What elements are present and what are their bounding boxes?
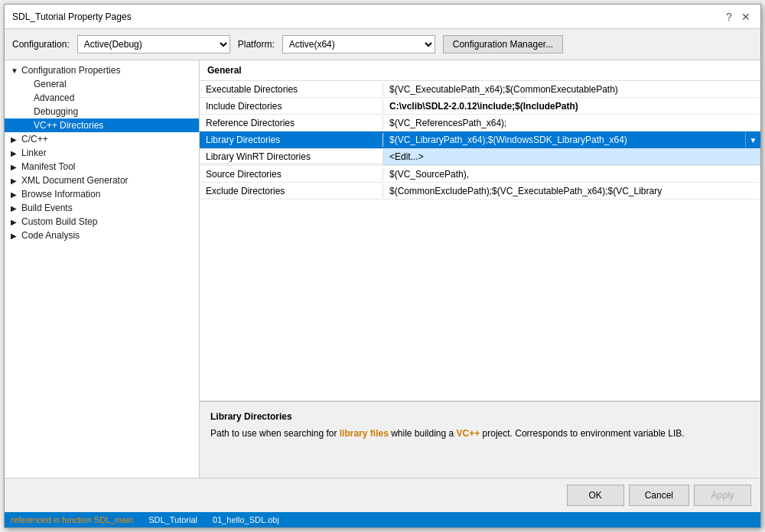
tree-item-advanced[interactable]: Advanced	[5, 91, 199, 105]
tree-arrow-code-analysis: ▶	[11, 232, 18, 240]
tree-label-browse-info: Browse Information	[21, 189, 100, 200]
tree-item-browse-info[interactable]: ▶Browse Information	[5, 187, 199, 201]
grid-label-source-dirs: Source Directories	[200, 167, 383, 181]
properties-grid: General Executable Directories$(VC_Execu…	[200, 60, 760, 401]
grid-row-reference-dirs[interactable]: Reference Directories$(VC_ReferencesPath…	[200, 115, 760, 131]
description-title: Library Directories	[210, 411, 750, 422]
tree-item-build-events[interactable]: ▶Build Events	[5, 201, 199, 215]
tree-label-vc-directories: VC++ Directories	[34, 120, 103, 131]
right-panel: General Executable Directories$(VC_Execu…	[200, 60, 760, 478]
ok-button[interactable]: OK	[567, 485, 624, 506]
platform-select[interactable]: Active(x64)	[282, 35, 435, 54]
bottom-bar: OK Cancel Apply	[5, 478, 760, 512]
grid-value-source-dirs: $(VC_SourcePath),	[383, 167, 760, 181]
tree-item-debugging[interactable]: Debugging	[5, 105, 199, 118]
grid-value-reference-dirs: $(VC_ReferencesPath_x64);	[383, 116, 760, 130]
description-highlight-vcpp: VC++	[457, 428, 480, 439]
toolbar: Configuration: Active(Debug) Platform: A…	[5, 29, 760, 60]
grid-label-include-dirs: Include Directories	[200, 99, 383, 113]
window-title: SDL_Tutorial Property Pages	[12, 11, 132, 22]
config-label: Configuration:	[12, 39, 70, 50]
grid-row-executable-dirs[interactable]: Executable Directories$(VC_ExecutablePat…	[200, 81, 760, 98]
tree-item-cpp[interactable]: ▶C/C++	[5, 132, 199, 146]
tree-arrow-build-events: ▶	[11, 204, 18, 212]
grid-label-executable-dirs: Executable Directories	[200, 83, 383, 96]
status-middle: SDL_Tutorial	[148, 515, 197, 524]
title-bar: SDL_Tutorial Property Pages ? ✕	[5, 5, 760, 29]
grid-label-exclude-dirs: Exclude Directories	[200, 184, 383, 198]
tree-item-linker[interactable]: ▶Linker	[5, 146, 199, 160]
tree-item-general[interactable]: General	[5, 77, 199, 91]
config-manager-button[interactable]: Configuration Manager...	[443, 35, 563, 54]
grid-value-include-dirs: C:\vclib\SDL2-2.0.12\include;$(IncludePa…	[383, 99, 760, 113]
tree-label-debugging: Debugging	[34, 106, 78, 117]
tree-arrow-config-properties: ▼	[11, 66, 18, 75]
grid-row-source-dirs[interactable]: Source Directories$(VC_SourcePath),	[200, 166, 760, 183]
tree-arrow-browse-info: ▶	[11, 190, 18, 199]
grid-section-header: General	[200, 60, 760, 81]
grid-row-library-dirs[interactable]: Library Directories$(VC_LibraryPath_x64)…	[200, 131, 760, 149]
grid-row-exclude-dirs[interactable]: Exclude Directories$(CommonExcludePath);…	[200, 183, 760, 200]
grid-label-library-dirs: Library Directories	[200, 133, 383, 147]
tree-item-xml-doc-generator[interactable]: ▶XML Document Generator	[5, 174, 199, 187]
description-highlight-library: library files	[340, 428, 389, 439]
help-button[interactable]: ?	[722, 10, 736, 24]
grid-value-executable-dirs: $(VC_ExecutablePath_x64);$(CommonExecuta…	[383, 83, 760, 96]
tree-label-advanced: Advanced	[34, 92, 74, 103]
dropdown-arrow-library-dirs[interactable]: ▼	[745, 131, 760, 148]
status-left: referenced in function SDL_main	[11, 515, 133, 524]
grid-row-library-winrt-dirs[interactable]: Library WinRT Directories<Edit...>	[200, 149, 760, 166]
title-bar-controls: ? ✕	[722, 10, 753, 24]
main-content: ▼Configuration PropertiesGeneralAdvanced…	[5, 60, 760, 478]
tree-arrow-manifest-tool: ▶	[11, 163, 18, 171]
tree-label-xml-doc-generator: XML Document Generator	[21, 175, 129, 186]
tree-item-custom-build-step[interactable]: ▶Custom Build Step	[5, 215, 199, 229]
tree-label-code-analysis: Code Analysis	[21, 230, 80, 241]
description-text: Path to use when searching for library f…	[210, 427, 750, 440]
configuration-select[interactable]: Active(Debug)	[77, 35, 230, 54]
tree-arrow-custom-build-step: ▶	[11, 218, 18, 226]
apply-button[interactable]: Apply	[694, 485, 751, 506]
grid-value-library-dirs: $(VC_LibraryPath_x64);$(WindowsSDK_Libra…	[383, 133, 745, 147]
property-pages-dialog: SDL_Tutorial Property Pages ? ✕ Configur…	[4, 4, 761, 528]
grid-value-exclude-dirs: $(CommonExcludePath);$(VC_ExecutablePath…	[383, 184, 760, 198]
cancel-button[interactable]: Cancel	[629, 485, 689, 506]
tree-label-custom-build-step: Custom Build Step	[21, 216, 97, 227]
tree-label-linker: Linker	[21, 148, 47, 158]
edit-dropdown-item[interactable]: <Edit...>	[383, 149, 760, 165]
tree-arrow-cpp: ▶	[11, 135, 18, 144]
tree-label-config-properties: Configuration Properties	[21, 65, 120, 76]
tree-label-build-events: Build Events	[21, 203, 73, 213]
grid-label-reference-dirs: Reference Directories	[200, 116, 383, 130]
status-bar: referenced in function SDL_main SDL_Tuto…	[5, 512, 760, 527]
grid-section-title: General	[207, 65, 242, 76]
tree-item-vc-directories[interactable]: VC++ Directories	[5, 118, 199, 132]
status-right: 01_hello_SDL.obj	[213, 515, 279, 524]
tree-arrow-xml-doc-generator: ▶	[11, 177, 18, 185]
left-panel: ▼Configuration PropertiesGeneralAdvanced…	[5, 60, 200, 478]
tree-label-cpp: C/C++	[21, 134, 48, 144]
description-panel: Library Directories Path to use when sea…	[200, 401, 760, 478]
tree-arrow-linker: ▶	[11, 149, 18, 157]
close-button[interactable]: ✕	[739, 10, 753, 24]
tree-item-config-properties[interactable]: ▼Configuration Properties	[5, 63, 199, 77]
grid-label-library-winrt-dirs: Library WinRT Directories	[200, 150, 383, 164]
platform-label: Platform:	[238, 39, 275, 50]
tree-label-manifest-tool: Manifest Tool	[21, 161, 75, 172]
tree-item-manifest-tool[interactable]: ▶Manifest Tool	[5, 160, 199, 174]
tree-item-code-analysis[interactable]: ▶Code Analysis	[5, 229, 199, 242]
tree-label-general: General	[34, 79, 67, 89]
grid-row-include-dirs[interactable]: Include DirectoriesC:\vclib\SDL2-2.0.12\…	[200, 98, 760, 115]
